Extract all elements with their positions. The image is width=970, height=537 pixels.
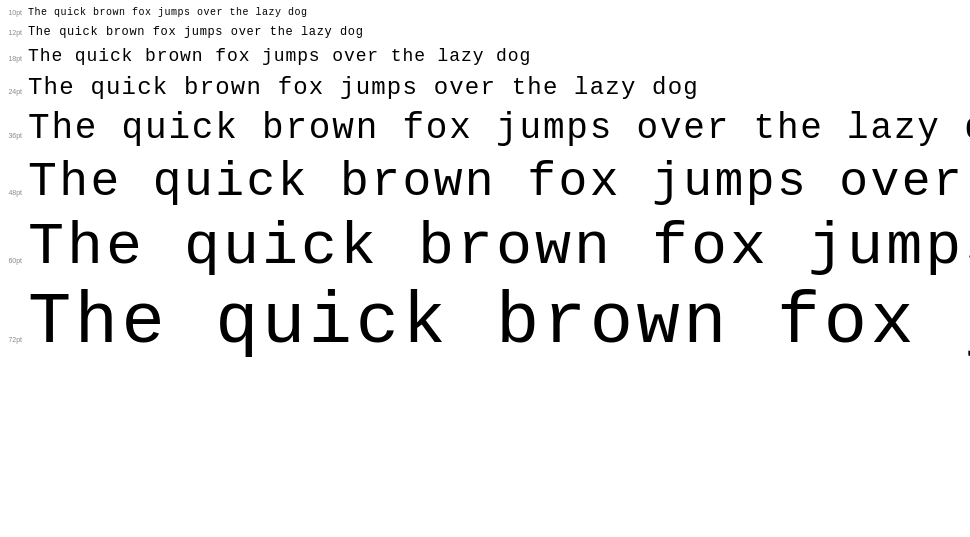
size-label-18pt: 18pt (0, 55, 28, 62)
size-label-10pt: 10pt (0, 9, 28, 16)
preview-text-10pt: The quick brown fox jumps over the lazy … (28, 6, 308, 20)
preview-text-60pt: The quick brown fox jumps over the lazy … (28, 214, 970, 280)
preview-text-72pt: The quick brown fox jumps over the lazy … (28, 284, 970, 363)
preview-row-24pt: 24pt The quick brown fox jumps over the … (0, 70, 970, 105)
preview-text-18pt: The quick brown fox jumps over the lazy … (28, 45, 531, 68)
size-label-36pt: 36pt (0, 132, 28, 139)
preview-text-12pt: The quick brown fox jumps over the lazy … (28, 24, 363, 41)
size-label-60pt: 60pt (0, 257, 28, 264)
size-label-12pt: 12pt (0, 29, 28, 36)
preview-row-72pt: 72pt The quick brown fox jumps over the … (0, 282, 970, 365)
preview-row-48pt: 48pt The quick brown fox jumps over the … (0, 153, 970, 212)
preview-text-36pt: The quick brown fox jumps over the lazy … (28, 107, 970, 150)
preview-text-24pt: The quick brown fox jumps over the lazy … (28, 72, 699, 103)
font-preview-container: 10pt The quick brown fox jumps over the … (0, 0, 970, 369)
size-label-24pt: 24pt (0, 88, 28, 95)
preview-text-48pt: The quick brown fox jumps over the lazy … (28, 155, 970, 210)
preview-row-12pt: 12pt The quick brown fox jumps over the … (0, 22, 970, 43)
size-label-48pt: 48pt (0, 189, 28, 196)
preview-row-60pt: 60pt The quick brown fox jumps over the … (0, 212, 970, 282)
preview-row-18pt: 18pt The quick brown fox jumps over the … (0, 43, 970, 70)
size-label-72pt: 72pt (0, 336, 28, 343)
preview-row-10pt: 10pt The quick brown fox jumps over the … (0, 4, 970, 22)
preview-row-36pt: 36pt The quick brown fox jumps over the … (0, 105, 970, 152)
